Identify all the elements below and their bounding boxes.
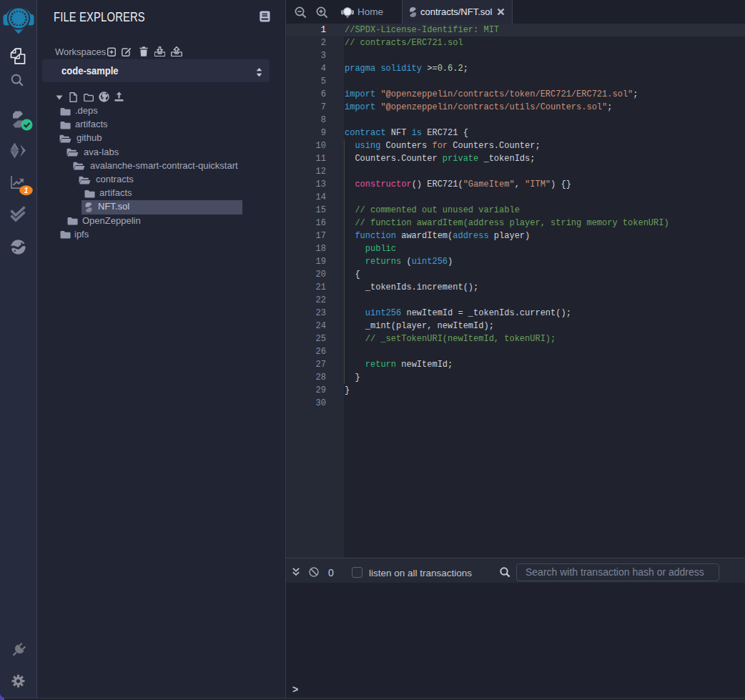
svg-text:1: 1: [24, 185, 29, 194]
